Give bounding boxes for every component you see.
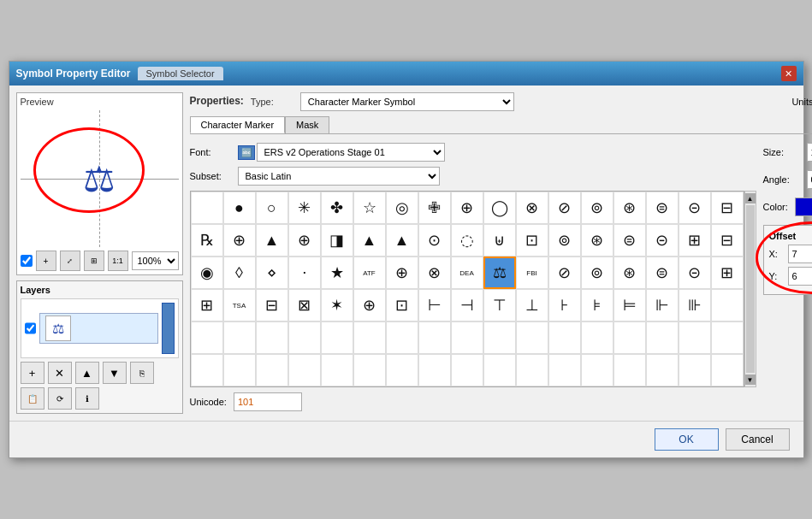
color-swatch[interactable] <box>795 198 812 216</box>
symbol-cell[interactable] <box>386 321 418 354</box>
symbol-cell[interactable]: ⊣ <box>451 289 483 321</box>
zoom-select[interactable]: 100% 200% 50% <box>132 251 179 270</box>
symbol-cell[interactable]: ⊧ <box>581 289 613 321</box>
scroll-up[interactable]: ▲ <box>745 193 756 203</box>
symbol-cell[interactable] <box>386 354 418 386</box>
symbol-cell[interactable]: ⊗ <box>418 257 451 289</box>
symbol-cell[interactable]: ✙ <box>418 192 451 224</box>
symbol-cell[interactable]: ◊ <box>223 257 256 289</box>
symbol-cell[interactable]: ⊘ <box>548 257 581 289</box>
symbol-cell[interactable]: ⊚ <box>581 192 613 224</box>
symbol-cell[interactable]: ★ <box>321 257 353 289</box>
symbol-cell[interactable]: ⊦ <box>548 289 581 321</box>
symbol-cell[interactable]: ▲ <box>386 224 418 257</box>
symbol-cell[interactable]: ⊚ <box>581 257 613 289</box>
symbol-cell[interactable]: ⊕ <box>288 224 321 257</box>
symbol-cell[interactable]: ⊝ <box>646 224 679 257</box>
symbol-cell[interactable]: ⊕ <box>386 257 418 289</box>
symbol-cell[interactable]: ⊩ <box>646 289 679 321</box>
symbol-cell[interactable]: FBI <box>516 257 548 289</box>
symbol-cell[interactable]: ⊛ <box>613 192 646 224</box>
symbol-cell[interactable]: ▲ <box>256 224 288 257</box>
tab-character-marker[interactable]: Character Marker <box>190 116 286 133</box>
symbol-cell[interactable]: ⊜ <box>646 192 679 224</box>
symbol-cell[interactable]: ⊜ <box>646 257 679 289</box>
symbol-cell[interactable]: ◎ <box>386 192 418 224</box>
symbol-cell[interactable] <box>191 192 223 224</box>
symbol-cell[interactable] <box>711 321 744 354</box>
scroll-down[interactable]: ▼ <box>745 375 756 385</box>
symbol-cell[interactable]: ⊙ <box>418 224 451 257</box>
symbol-cell[interactable] <box>418 321 451 354</box>
symbol-cell[interactable]: ⊛ <box>581 224 613 257</box>
symbol-cell[interactable] <box>353 321 386 354</box>
symbol-cell[interactable]: ⊞ <box>679 224 711 257</box>
ok-button[interactable]: OK <box>655 428 719 451</box>
symbol-cell[interactable]: ⊕ <box>223 224 256 257</box>
symbol-cell[interactable] <box>353 354 386 386</box>
size-input[interactable] <box>807 143 813 162</box>
copy-button[interactable]: ⎘ <box>130 362 154 384</box>
symbol-cell[interactable]: ⊝ <box>679 257 711 289</box>
symbol-cell[interactable]: ⊪ <box>679 289 711 321</box>
symbol-cell[interactable] <box>191 354 223 386</box>
grid-scrollbar[interactable]: ▲ ▼ <box>744 191 756 387</box>
symbol-cell[interactable]: ⊕ <box>451 192 483 224</box>
symbol-cell[interactable]: ✤ <box>321 192 353 224</box>
symbol-cell[interactable] <box>256 354 288 386</box>
symbol-cell[interactable] <box>321 321 353 354</box>
info-button[interactable]: ℹ <box>75 387 99 410</box>
symbol-cell[interactable]: ✶ <box>321 289 353 321</box>
offset-x-input[interactable] <box>788 245 813 263</box>
symbol-cell[interactable]: ⊟ <box>711 224 744 257</box>
layer-checkbox[interactable] <box>25 322 36 334</box>
move-down-button[interactable]: ▼ <box>103 362 127 384</box>
move-up-button[interactable]: ▲ <box>75 362 99 384</box>
symbol-cell[interactable] <box>613 321 646 354</box>
symbol-cell[interactable] <box>451 354 483 386</box>
symbol-cell[interactable] <box>451 321 483 354</box>
symbol-cell[interactable] <box>581 354 613 386</box>
symbol-cell[interactable]: ◨ <box>321 224 353 257</box>
symbol-cell[interactable]: ⊜ <box>613 224 646 257</box>
subset-select[interactable]: Basic Latin <box>238 167 440 186</box>
symbol-cell[interactable]: ⊎ <box>483 224 516 257</box>
add-layer-btn[interactable]: + <box>36 251 56 271</box>
unicode-input[interactable] <box>234 392 302 411</box>
symbol-cell[interactable]: ⊞ <box>191 289 223 321</box>
symbol-cell[interactable] <box>223 321 256 354</box>
transform-button[interactable]: ⟳ <box>48 387 72 410</box>
symbol-cell[interactable] <box>483 354 516 386</box>
symbol-cell[interactable] <box>711 289 744 321</box>
symbol-cell[interactable]: ○ <box>256 192 288 224</box>
symbol-cell[interactable] <box>711 354 744 386</box>
symbol-cell[interactable]: ATF <box>353 257 386 289</box>
symbol-cell[interactable]: ◉ <box>191 257 223 289</box>
symbol-cell[interactable] <box>613 354 646 386</box>
symbol-cell[interactable] <box>288 321 321 354</box>
symbol-cell[interactable]: ⊥ <box>516 289 548 321</box>
symbol-cell[interactable]: ☆ <box>353 192 386 224</box>
symbol-cell[interactable]: ⊢ <box>418 289 451 321</box>
symbol-cell[interactable]: TSA <box>223 289 256 321</box>
actual-size-btn[interactable]: 1:1 <box>108 251 128 271</box>
symbol-cell[interactable] <box>548 354 581 386</box>
symbol-cell[interactable]: ⊕ <box>353 289 386 321</box>
symbol-cell[interactable]: ◌ <box>451 224 483 257</box>
symbol-cell[interactable] <box>581 321 613 354</box>
symbol-cell[interactable] <box>548 321 581 354</box>
symbol-selector-tab[interactable]: Symbol Selector <box>138 67 223 80</box>
symbol-cell[interactable]: ⊗ <box>516 192 548 224</box>
symbol-cell[interactable]: ▲ <box>353 224 386 257</box>
symbol-cell[interactable]: ⊚ <box>548 224 581 257</box>
offset-y-input[interactable] <box>788 267 813 286</box>
symbol-cell[interactable]: ℞ <box>191 224 223 257</box>
fit-btn[interactable]: ⊞ <box>84 251 104 271</box>
symbol-cell[interactable]: ⊡ <box>386 289 418 321</box>
cancel-button[interactable]: Cancel <box>726 428 790 451</box>
close-button[interactable]: ✕ <box>781 66 797 81</box>
symbol-cell[interactable] <box>679 354 711 386</box>
symbol-cell[interactable] <box>321 354 353 386</box>
symbol-cell[interactable]: ◯ <box>483 192 516 224</box>
symbol-cell[interactable]: ● <box>223 192 256 224</box>
